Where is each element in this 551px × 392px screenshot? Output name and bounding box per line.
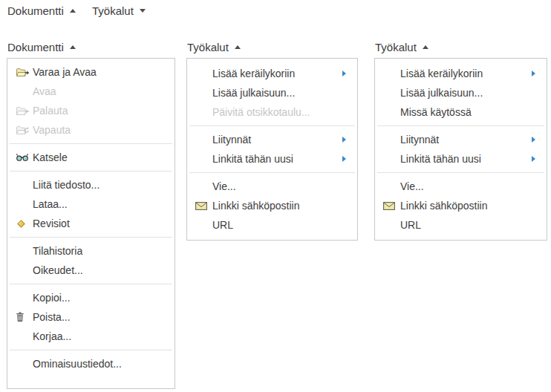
triangle-up-icon	[70, 9, 76, 13]
menu-item-lataa[interactable]: Lataa...	[7, 195, 175, 214]
menu-item-paivita-otsikkotaulu: Päivitä otsikkotaulu...	[187, 102, 357, 122]
menu-item-kopioi[interactable]: Kopioi...	[7, 288, 175, 307]
tyokalut-menu-box-1: Lisää keräilykoriinLisää julkaisuun...Pä…	[186, 58, 358, 241]
menu-header-dokumentti[interactable]: Dokumentti	[7, 41, 175, 53]
menu-item-vie[interactable]: Vie...	[375, 177, 547, 196]
menu-item-label: Oikeudet...	[33, 264, 83, 276]
menubar-item-label: Työkalut	[92, 4, 134, 17]
menu-item-vie[interactable]: Vie...	[187, 177, 357, 196]
menu-item-label: Missä käytössä	[400, 106, 472, 118]
menu-item-label: Vie...	[212, 180, 236, 192]
menu-item-lisaa-kerailykoriin[interactable]: Lisää keräilykoriin	[187, 64, 357, 83]
menu-item-label: Liitynnät	[212, 134, 251, 146]
submenu-arrow-icon	[532, 156, 535, 162]
menu-item-revisiot[interactable]: Revisiot	[7, 214, 175, 233]
menu-item-label: Revisiot	[33, 218, 70, 229]
menu-item-label: Linkki sähköpostiin	[212, 200, 300, 212]
menu-item-label: Linkki sähköpostiin	[400, 200, 488, 212]
menu-item-katsele[interactable]: Katsele	[7, 148, 175, 167]
menu-item-ominaisuustiedot[interactable]: Ominaisuustiedot...	[7, 354, 175, 373]
menu-item-avaa: Avaa	[7, 82, 175, 101]
triangle-up-icon	[235, 45, 241, 49]
menu-item-liitynnat[interactable]: Liitynnät	[375, 130, 547, 149]
menu-item-label: Lisää julkaisuun...	[400, 87, 483, 99]
menu-item-label: Kopioi...	[33, 292, 71, 304]
trash-icon	[16, 312, 33, 322]
menu-item-linkita-tahan-uusi[interactable]: Linkitä tähän uusi	[375, 149, 547, 169]
dokumentti-menu-box: Varaa ja AvaaAvaaPalautaVapautaKatseleLi…	[7, 58, 175, 389]
menu-item-label: Varaa ja Avaa	[33, 66, 97, 78]
menu-item-label: Vie...	[400, 180, 424, 192]
folder-checkout-icon	[16, 67, 33, 77]
menu-item-liitynnat[interactable]: Liitynnät	[187, 130, 357, 149]
menubar-item-dokumentti[interactable]: Dokumentti	[7, 3, 76, 18]
triangle-up-icon	[70, 45, 76, 49]
menu-item-tilahistoria[interactable]: Tilahistoria	[7, 241, 175, 261]
menu-item-linkki-sahkopostiin[interactable]: Linkki sähköpostiin	[187, 196, 357, 215]
menu-item-url[interactable]: URL	[187, 215, 357, 235]
envelope-icon	[195, 202, 212, 210]
menu-item-korjaa[interactable]: Korjaa...	[7, 327, 175, 346]
menu-separator	[377, 172, 544, 173]
submenu-arrow-icon	[342, 156, 346, 162]
menu-separator	[10, 143, 172, 144]
envelope-icon	[383, 202, 400, 210]
menu-item-label: Linkitä tähän uusi	[212, 153, 293, 165]
menu-header-label: Työkalut	[375, 41, 417, 53]
menu-item-varaa-ja-avaa[interactable]: Varaa ja Avaa	[7, 62, 175, 82]
menu-item-label: Tilahistoria	[33, 245, 82, 257]
menu-item-linkita-tahan-uusi[interactable]: Linkitä tähän uusi	[187, 149, 357, 169]
menu-item-lisaa-julkaisuun[interactable]: Lisää julkaisuun...	[187, 83, 357, 102]
menu-separator	[10, 284, 172, 284]
menu-separator	[10, 350, 172, 350]
menu-item-label: Katsele	[33, 151, 68, 163]
menu-item-label: Ominaisuustiedot...	[33, 358, 122, 370]
submenu-arrow-icon	[532, 137, 535, 143]
menu-separator	[189, 172, 355, 173]
menu-item-label: Liitä tiedosto...	[33, 179, 100, 191]
submenu-arrow-icon	[532, 71, 535, 76]
menu-item-label: Liitynnät	[400, 134, 439, 146]
menu-item-poista[interactable]: Poista...	[7, 307, 175, 327]
menu-item-liita-tiedosto[interactable]: Liitä tiedosto...	[7, 175, 175, 195]
tyokalut-menu-box-2: Lisää keräilykoriinLisää julkaisuun...Mi…	[374, 58, 547, 241]
menu-separator	[10, 237, 172, 238]
menu-item-url[interactable]: URL	[375, 215, 547, 235]
menu-item-label: Linkitä tähän uusi	[400, 153, 481, 165]
menu-item-label: Avaa	[33, 85, 56, 97]
menu-item-label: Lisää keräilykoriin	[212, 68, 295, 79]
menu-item-lisaa-kerailykoriin[interactable]: Lisää keräilykoriin	[375, 64, 547, 83]
menu-header-tyokalut[interactable]: Työkalut	[187, 41, 358, 53]
menu-separator	[10, 171, 172, 172]
menu-item-missa-kaytossa[interactable]: Missä käytössä	[375, 102, 547, 122]
menu-item-label: Poista...	[33, 311, 71, 323]
folder-checkin-icon	[16, 105, 33, 116]
revisions-icon	[16, 218, 33, 229]
menu-item-oikeudet[interactable]: Oikeudet...	[7, 261, 175, 280]
folder-release-icon	[16, 125, 33, 135]
submenu-arrow-icon	[342, 137, 346, 143]
menu-item-label: Palauta	[33, 105, 68, 117]
menu-separator	[189, 125, 355, 126]
menu-header-label: Työkalut	[187, 41, 229, 53]
menu-item-palauta: Palauta	[7, 101, 175, 120]
triangle-up-icon	[423, 45, 428, 49]
menu-item-label: Päivitä otsikkotaulu...	[212, 106, 310, 118]
tyokalut-menu-panel-2: Työkalut Lisää keräilykoriinLisää julkai…	[374, 41, 547, 241]
glasses-icon	[16, 153, 33, 162]
menu-header-label: Dokumentti	[7, 41, 64, 53]
dokumentti-menu-panel: Dokumentti Varaa ja AvaaAvaaPalautaVapau…	[7, 41, 175, 389]
menu-item-lisaa-julkaisuun[interactable]: Lisää julkaisuun...	[375, 83, 547, 102]
menubar-item-tyokalut[interactable]: Työkalut	[92, 3, 146, 18]
menu-item-label: URL	[400, 219, 421, 231]
tyokalut-menu-panel-1: Työkalut Lisää keräilykoriinLisää julkai…	[186, 41, 358, 241]
menu-item-label: Lataa...	[33, 198, 68, 210]
menu-item-label: Vapauta	[33, 124, 71, 136]
menu-separator	[377, 125, 544, 126]
menu-item-linkki-sahkopostiin[interactable]: Linkki sähköpostiin	[375, 196, 547, 215]
menu-item-label: Lisää julkaisuun...	[212, 87, 295, 99]
menu-item-vapauta: Vapauta	[7, 120, 175, 140]
menu-item-label: Lisää keräilykoriin	[400, 68, 483, 79]
menu-header-tyokalut[interactable]: Työkalut	[375, 41, 547, 53]
menu-item-label: URL	[212, 219, 233, 231]
